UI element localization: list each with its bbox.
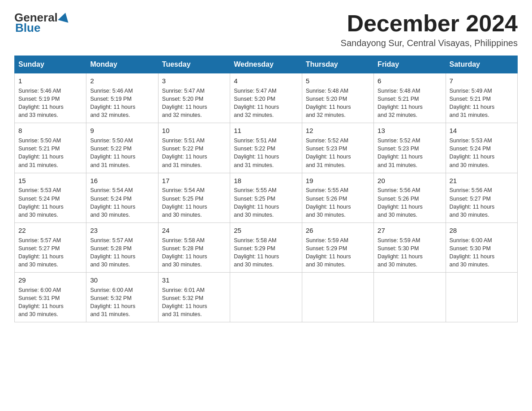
calendar-cell: 18 Sunrise: 5:55 AM Sunset: 5:25 PM Dayl… xyxy=(230,173,302,223)
calendar-day-header-thursday: Thursday xyxy=(302,56,373,73)
day-number: 8 xyxy=(18,126,82,136)
calendar-day-header-monday: Monday xyxy=(86,56,158,73)
day-info: Sunrise: 5:55 AM Sunset: 5:25 PM Dayligh… xyxy=(234,186,298,219)
calendar-day-header-saturday: Saturday xyxy=(446,56,517,73)
day-info: Sunrise: 5:49 AM Sunset: 5:21 PM Dayligh… xyxy=(450,87,514,120)
calendar-cell: 5 Sunrise: 5:48 AM Sunset: 5:20 PM Dayli… xyxy=(302,73,373,123)
calendar-cell: 26 Sunrise: 5:59 AM Sunset: 5:29 PM Dayl… xyxy=(302,223,373,272)
day-info: Sunrise: 5:52 AM Sunset: 5:23 PM Dayligh… xyxy=(378,137,442,169)
day-info: Sunrise: 5:57 AM Sunset: 5:28 PM Dayligh… xyxy=(90,236,154,269)
svg-marker-0 xyxy=(58,12,70,23)
calendar-day-header-wednesday: Wednesday xyxy=(230,56,302,73)
day-number: 17 xyxy=(162,176,226,186)
calendar-cell: 14 Sunrise: 5:53 AM Sunset: 5:24 PM Dayl… xyxy=(446,123,517,173)
calendar-cell: 23 Sunrise: 5:57 AM Sunset: 5:28 PM Dayl… xyxy=(86,223,158,272)
calendar-cell: 8 Sunrise: 5:50 AM Sunset: 5:21 PM Dayli… xyxy=(15,123,86,173)
calendar-cell: 20 Sunrise: 5:56 AM Sunset: 5:26 PM Dayl… xyxy=(374,173,446,223)
day-info: Sunrise: 5:51 AM Sunset: 5:22 PM Dayligh… xyxy=(234,137,298,169)
day-number: 6 xyxy=(378,76,442,86)
day-info: Sunrise: 5:56 AM Sunset: 5:27 PM Dayligh… xyxy=(450,186,514,219)
day-number: 18 xyxy=(234,176,298,186)
calendar-week-row: 22 Sunrise: 5:57 AM Sunset: 5:27 PM Dayl… xyxy=(15,223,518,272)
calendar-cell: 9 Sunrise: 5:50 AM Sunset: 5:22 PM Dayli… xyxy=(86,123,158,173)
day-info: Sunrise: 5:48 AM Sunset: 5:20 PM Dayligh… xyxy=(306,87,370,120)
day-info: Sunrise: 5:51 AM Sunset: 5:22 PM Dayligh… xyxy=(162,137,226,169)
day-number: 11 xyxy=(234,126,298,136)
day-number: 21 xyxy=(450,176,514,186)
location-subtitle: Sandayong Sur, Central Visayas, Philippi… xyxy=(341,38,518,48)
calendar-cell: 13 Sunrise: 5:52 AM Sunset: 5:23 PM Dayl… xyxy=(374,123,446,173)
day-number: 7 xyxy=(450,76,514,86)
day-info: Sunrise: 5:52 AM Sunset: 5:23 PM Dayligh… xyxy=(306,137,370,169)
calendar-cell: 16 Sunrise: 5:54 AM Sunset: 5:24 PM Dayl… xyxy=(86,173,158,223)
day-info: Sunrise: 5:59 AM Sunset: 5:29 PM Dayligh… xyxy=(306,236,370,269)
logo-triangle-icon xyxy=(58,12,70,24)
month-title: December 2024 xyxy=(341,11,518,36)
day-info: Sunrise: 5:54 AM Sunset: 5:24 PM Dayligh… xyxy=(90,186,154,219)
day-number: 31 xyxy=(162,275,226,285)
calendar-cell: 25 Sunrise: 5:58 AM Sunset: 5:29 PM Dayl… xyxy=(230,223,302,272)
day-info: Sunrise: 5:59 AM Sunset: 5:30 PM Dayligh… xyxy=(378,236,442,269)
day-number: 13 xyxy=(378,126,442,136)
calendar-header-row: SundayMondayTuesdayWednesdayThursdayFrid… xyxy=(15,56,518,73)
calendar-cell: 15 Sunrise: 5:53 AM Sunset: 5:24 PM Dayl… xyxy=(15,173,86,223)
day-number: 25 xyxy=(234,226,298,235)
day-number: 1 xyxy=(18,76,82,86)
day-info: Sunrise: 5:47 AM Sunset: 5:20 PM Dayligh… xyxy=(234,87,298,120)
day-number: 23 xyxy=(90,226,154,235)
day-info: Sunrise: 5:53 AM Sunset: 5:24 PM Dayligh… xyxy=(18,186,82,219)
calendar-cell: 28 Sunrise: 6:00 AM Sunset: 5:30 PM Dayl… xyxy=(446,223,517,272)
calendar-cell xyxy=(446,273,517,322)
day-info: Sunrise: 5:46 AM Sunset: 5:19 PM Dayligh… xyxy=(90,87,154,120)
day-number: 5 xyxy=(306,76,370,86)
calendar-cell: 3 Sunrise: 5:47 AM Sunset: 5:20 PM Dayli… xyxy=(158,73,230,123)
calendar-cell: 19 Sunrise: 5:55 AM Sunset: 5:26 PM Dayl… xyxy=(302,173,373,223)
calendar-week-row: 29 Sunrise: 6:00 AM Sunset: 5:31 PM Dayl… xyxy=(15,273,518,322)
day-info: Sunrise: 6:00 AM Sunset: 5:30 PM Dayligh… xyxy=(450,236,514,269)
day-info: Sunrise: 5:46 AM Sunset: 5:19 PM Dayligh… xyxy=(18,87,82,120)
day-info: Sunrise: 5:48 AM Sunset: 5:21 PM Dayligh… xyxy=(378,87,442,120)
day-info: Sunrise: 5:55 AM Sunset: 5:26 PM Dayligh… xyxy=(306,186,370,219)
day-info: Sunrise: 5:53 AM Sunset: 5:24 PM Dayligh… xyxy=(450,137,514,169)
day-number: 24 xyxy=(162,226,226,235)
day-number: 4 xyxy=(234,76,298,86)
page-header: General Blue December 2024 Sandayong Sur… xyxy=(14,11,518,48)
day-number: 14 xyxy=(450,126,514,136)
day-info: Sunrise: 6:00 AM Sunset: 5:32 PM Dayligh… xyxy=(90,286,154,319)
calendar-cell: 6 Sunrise: 5:48 AM Sunset: 5:21 PM Dayli… xyxy=(374,73,446,123)
day-number: 12 xyxy=(306,126,370,136)
day-number: 10 xyxy=(162,126,226,136)
calendar-cell: 22 Sunrise: 5:57 AM Sunset: 5:27 PM Dayl… xyxy=(15,223,86,272)
calendar-cell: 12 Sunrise: 5:52 AM Sunset: 5:23 PM Dayl… xyxy=(302,123,373,173)
day-number: 29 xyxy=(18,275,82,285)
day-number: 26 xyxy=(306,226,370,235)
day-number: 27 xyxy=(378,226,442,235)
calendar-cell xyxy=(302,273,373,322)
day-info: Sunrise: 6:00 AM Sunset: 5:31 PM Dayligh… xyxy=(18,286,82,319)
calendar-cell: 7 Sunrise: 5:49 AM Sunset: 5:21 PM Dayli… xyxy=(446,73,517,123)
day-info: Sunrise: 5:50 AM Sunset: 5:21 PM Dayligh… xyxy=(18,137,82,169)
day-number: 22 xyxy=(18,226,82,235)
calendar-cell: 27 Sunrise: 5:59 AM Sunset: 5:30 PM Dayl… xyxy=(374,223,446,272)
calendar-cell: 17 Sunrise: 5:54 AM Sunset: 5:25 PM Dayl… xyxy=(158,173,230,223)
calendar-week-row: 8 Sunrise: 5:50 AM Sunset: 5:21 PM Dayli… xyxy=(15,123,518,173)
calendar-week-row: 15 Sunrise: 5:53 AM Sunset: 5:24 PM Dayl… xyxy=(15,173,518,223)
day-info: Sunrise: 5:50 AM Sunset: 5:22 PM Dayligh… xyxy=(90,137,154,169)
calendar-cell: 2 Sunrise: 5:46 AM Sunset: 5:19 PM Dayli… xyxy=(86,73,158,123)
calendar-cell: 21 Sunrise: 5:56 AM Sunset: 5:27 PM Dayl… xyxy=(446,173,517,223)
calendar-week-row: 1 Sunrise: 5:46 AM Sunset: 5:19 PM Dayli… xyxy=(15,73,518,123)
day-number: 2 xyxy=(90,76,154,86)
calendar-day-header-sunday: Sunday xyxy=(15,56,86,73)
logo-blue-text: Blue xyxy=(15,21,40,34)
calendar-cell: 24 Sunrise: 5:58 AM Sunset: 5:28 PM Dayl… xyxy=(158,223,230,272)
day-number: 16 xyxy=(90,176,154,186)
logo: General Blue xyxy=(14,11,71,35)
calendar-cell: 10 Sunrise: 5:51 AM Sunset: 5:22 PM Dayl… xyxy=(158,123,230,173)
day-info: Sunrise: 5:47 AM Sunset: 5:20 PM Dayligh… xyxy=(162,87,226,120)
day-info: Sunrise: 5:54 AM Sunset: 5:25 PM Dayligh… xyxy=(162,186,226,219)
day-info: Sunrise: 5:58 AM Sunset: 5:29 PM Dayligh… xyxy=(234,236,298,269)
day-number: 28 xyxy=(450,226,514,235)
day-number: 30 xyxy=(90,275,154,285)
day-info: Sunrise: 5:57 AM Sunset: 5:27 PM Dayligh… xyxy=(18,236,82,269)
day-number: 15 xyxy=(18,176,82,186)
